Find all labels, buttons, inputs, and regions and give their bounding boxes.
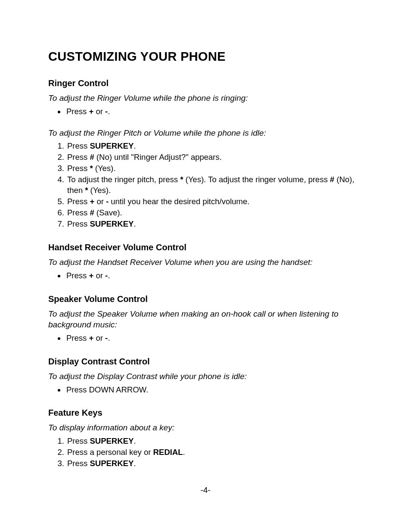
page-title: CUSTOMIZING YOUR PHONE xyxy=(48,50,364,64)
list-item: Press SUPERKEY. xyxy=(66,458,364,469)
section-heading-ringer: Ringer Control xyxy=(48,78,364,88)
list-item: Press a personal key or REDIAL. xyxy=(66,447,364,458)
list-item: Press * (Yes). xyxy=(66,163,364,174)
list-item: Press DOWN ARROW. xyxy=(65,385,364,395)
list-item: Press + or - until you hear the desired … xyxy=(66,196,364,207)
bullet-list: Press + or -. xyxy=(48,106,364,117)
bullet-list: Press DOWN ARROW. xyxy=(48,385,364,395)
numbered-list: Press SUPERKEY. Press a personal key or … xyxy=(48,436,364,469)
numbered-list: Press SUPERKEY. Press # (No) until "Ring… xyxy=(48,141,364,230)
list-item: Press # (No) until "Ringer Adjust?" appe… xyxy=(66,152,364,163)
list-item: Press + or -. xyxy=(65,333,364,344)
page-content: CUSTOMIZING YOUR PHONE Ringer Control To… xyxy=(0,0,411,469)
list-item: To adjust the ringer pitch, press * (Yes… xyxy=(66,174,364,196)
list-item: Press + or -. xyxy=(65,271,364,281)
list-item: Press SUPERKEY. xyxy=(66,436,364,447)
list-item: Press # (Save). xyxy=(66,208,364,218)
instruction-text: To adjust the Handset Receiver Volume wh… xyxy=(48,257,364,268)
bullet-list: Press + or -. xyxy=(48,333,364,344)
section-heading-display: Display Contrast Control xyxy=(48,357,364,367)
section-heading-feature: Feature Keys xyxy=(48,408,364,418)
list-item: Press + or -. xyxy=(65,106,364,117)
instruction-text: To display information about a key: xyxy=(48,422,364,433)
list-item: Press SUPERKEY. xyxy=(66,219,364,230)
bullet-list: Press + or -. xyxy=(48,271,364,281)
instruction-text: To adjust the Ringer Volume while the ph… xyxy=(48,93,364,104)
section-heading-speaker: Speaker Volume Control xyxy=(48,294,364,304)
instruction-text: To adjust the Speaker Volume when making… xyxy=(48,308,364,330)
list-item: Press SUPERKEY. xyxy=(66,141,364,152)
instruction-text: To adjust the Display Contrast while you… xyxy=(48,371,364,382)
section-heading-handset: Handset Receiver Volume Control xyxy=(48,243,364,252)
instruction-text: To adjust the Ringer Pitch or Volume whi… xyxy=(48,128,364,139)
page-number: -4- xyxy=(0,485,411,495)
